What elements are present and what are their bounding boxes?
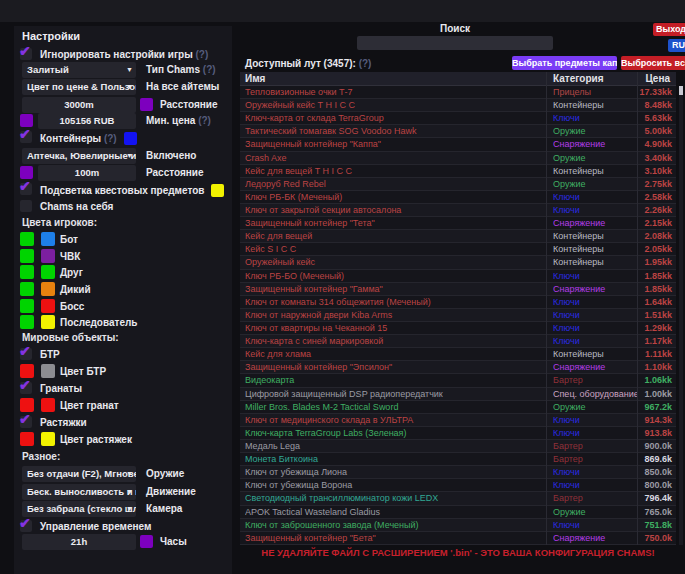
scrollbar-track[interactable]: [679, 86, 683, 545]
checkbox[interactable]: ✔: [20, 348, 32, 360]
table-row[interactable]: Кейс для хламаКонтейнеры1.11kk: [240, 348, 676, 361]
item-price: 1.29kk: [644, 322, 672, 334]
item-name: Ключ от убежища Лиона: [245, 466, 543, 478]
table-row[interactable]: Оружейный кейс T H I C CКонтейнеры8.48kk: [240, 99, 676, 112]
table-row[interactable]: Светодиодный трансиллюминатор кожи LEDXБ…: [240, 492, 676, 505]
color-swatch[interactable]: [20, 282, 34, 296]
color-swatch[interactable]: [41, 432, 55, 446]
table-row[interactable]: Ключ РБ-БО (Меченый)Ключи1.85kk: [240, 270, 676, 283]
item-category: Бартер: [553, 453, 637, 465]
table-row[interactable]: Ключ от убежища ВоронаКлючи800.0k: [240, 479, 676, 492]
item-category: Контейнеры: [553, 99, 637, 111]
language-button[interactable]: RU: [668, 39, 685, 52]
table-row[interactable]: Ключ от убежища ЛионаКлючи850.0k: [240, 466, 676, 479]
value-input[interactable]: 100m: [38, 165, 136, 181]
item-category: Ключи: [553, 335, 637, 347]
color-swatch[interactable]: [41, 398, 55, 412]
table-row[interactable]: Ледоруб Red RebelОружие2.75kk: [240, 178, 676, 191]
table-row[interactable]: Монета БиткоинаБартер869.6k: [240, 453, 676, 466]
search-input[interactable]: [357, 36, 553, 50]
table-row[interactable]: Ключ-карта с синей маркировкойКлючи1.17k…: [240, 335, 676, 348]
table-row[interactable]: Кейс S I C CКонтейнеры2.05kk: [240, 243, 676, 256]
checkbox[interactable]: ✔: [20, 183, 32, 195]
dropdown[interactable]: Без отдачи (F2), Мгновенное п▼: [22, 466, 136, 482]
value-input[interactable]: 105156 RUB: [38, 113, 136, 129]
select-kappa-items-button[interactable]: Выбрать предметы каппа: [512, 56, 617, 70]
item-category: Ключи: [553, 191, 637, 203]
color-swatch[interactable]: [140, 535, 153, 548]
table-row[interactable]: Цифровой защищенный DSP радиопередатчикС…: [240, 388, 676, 401]
table-row[interactable]: Оружейный кейсКонтейнеры1.95kk: [240, 256, 676, 269]
color-swatch[interactable]: [20, 315, 34, 329]
color-swatch[interactable]: [41, 315, 55, 329]
color-swatch[interactable]: [20, 249, 34, 263]
dropdown-value: Без отдачи (F2), Мгновенное п: [27, 468, 136, 479]
table-row[interactable]: Ключ от заброшенного завода (Меченый)Клю…: [240, 519, 676, 532]
color-swatch[interactable]: [20, 432, 34, 446]
column-header-price[interactable]: Цена: [645, 73, 670, 84]
color-swatch[interactable]: [20, 364, 34, 378]
column-header-category[interactable]: Категория: [553, 73, 603, 84]
table-row[interactable]: Ключ-карта TerraGroup Labs (Зеленая)Ключ…: [240, 427, 676, 440]
table-row[interactable]: Ключ от наружной двери Kiba ArmsКлючи1.5…: [240, 309, 676, 322]
table-row[interactable]: Miller Bros. Blades M-2 Tactical SwordОр…: [240, 401, 676, 414]
dropdown[interactable]: Цвет по цене & Пользователь▼: [22, 79, 136, 95]
table-row[interactable]: Защищенный контейнер "Эпсилон"Снаряжение…: [240, 361, 676, 374]
value-input[interactable]: 21h: [22, 534, 136, 550]
item-category: Оружие: [553, 401, 637, 413]
table-row[interactable]: Медаль LegaБартер900.0k: [240, 440, 676, 453]
item-price: 900.0k: [644, 440, 672, 452]
scrollbar-thumb[interactable]: [679, 86, 683, 95]
checkbox[interactable]: ✔: [20, 382, 32, 394]
color-swatch[interactable]: [211, 184, 224, 197]
color-swatch[interactable]: [41, 282, 55, 296]
checkbox[interactable]: ✔: [20, 131, 32, 143]
item-category: Бартер: [553, 374, 637, 386]
item-price: 1.10kk: [644, 361, 672, 373]
color-swatch[interactable]: [20, 265, 34, 279]
table-row[interactable]: Кейс для вещейКонтейнеры2.08kk: [240, 230, 676, 243]
table-row[interactable]: Защищенный контейнер "Каппа"Снаряжение4.…: [240, 138, 676, 151]
checkbox[interactable]: [20, 200, 32, 212]
value-input[interactable]: 3000m: [22, 97, 136, 113]
table-row[interactable]: Ключ-карта от склада TerraGroupКлючи5.63…: [240, 112, 676, 125]
table-row[interactable]: Ключ от медицинского склада в УЛЬТРАКлюч…: [240, 414, 676, 427]
column-header-name[interactable]: Имя: [245, 73, 265, 84]
table-row[interactable]: Ключ от комнаты 314 общежития (Меченый)К…: [240, 296, 676, 309]
table-row[interactable]: Ключ РБ-БК (Меченый)Ключи2.58kk: [240, 191, 676, 204]
color-swatch[interactable]: [20, 299, 34, 313]
color-swatch[interactable]: [20, 232, 34, 246]
table-row[interactable]: Ключ от квартиры на Чеканной 15Ключи1.29…: [240, 322, 676, 335]
color-swatch[interactable]: [140, 98, 153, 111]
checkbox[interactable]: ✔: [20, 48, 32, 60]
color-swatch[interactable]: [124, 132, 137, 145]
table-row[interactable]: Crash AxeОружие3.40kk: [240, 152, 676, 165]
dropdown[interactable]: Аптечка, Ювелирные и...▼: [22, 148, 136, 164]
table-row[interactable]: ВидеокартаБартер1.06kk: [240, 374, 676, 387]
color-swatch[interactable]: [41, 249, 55, 263]
table-row[interactable]: Кейс для вещей T H I C CКонтейнеры3.10kk: [240, 165, 676, 178]
table-row[interactable]: APOK Tactical Wasteland GladiusОружие765…: [240, 506, 676, 519]
color-swatch[interactable]: [41, 265, 55, 279]
dropdown[interactable]: Залитый▼: [22, 62, 136, 78]
section-heading: Цвета игроков:: [22, 217, 97, 228]
discard-all-button[interactable]: Выбросить все: [621, 56, 685, 70]
color-swatch[interactable]: [41, 364, 55, 378]
table-row[interactable]: Тепловизионные очки Т-7Прицелы17.33kk: [240, 86, 676, 99]
color-swatch[interactable]: [41, 299, 55, 313]
table-row[interactable]: Защищенный контейнер "Бета"Снаряжение750…: [240, 532, 676, 545]
color-swatch[interactable]: [20, 398, 34, 412]
checkbox[interactable]: ✔: [20, 520, 32, 532]
table-row[interactable]: Тактический томагавк SOG Voodoo HawkОруж…: [240, 125, 676, 138]
checkbox-label-text: Управление временем: [40, 521, 151, 532]
dropdown[interactable]: Без забрала (стекло шлема)▼: [22, 501, 136, 517]
exit-button[interactable]: Выход: [653, 23, 685, 36]
color-swatch[interactable]: [41, 232, 55, 246]
table-row[interactable]: Защищенный контейнер "Тета"Снаряжение2.1…: [240, 217, 676, 230]
item-name: Ключ от квартиры на Чеканной 15: [245, 322, 543, 334]
dropdown[interactable]: Беск. выносливость и нет уста▼: [22, 484, 136, 500]
chevron-down-icon: ▼: [126, 62, 133, 78]
table-row[interactable]: Защищенный контейнер "Гамма"Снаряжение1.…: [240, 283, 676, 296]
table-row[interactable]: Ключ от закрытой секции автосалонаКлючи2…: [240, 204, 676, 217]
checkbox[interactable]: ✔: [20, 416, 32, 428]
